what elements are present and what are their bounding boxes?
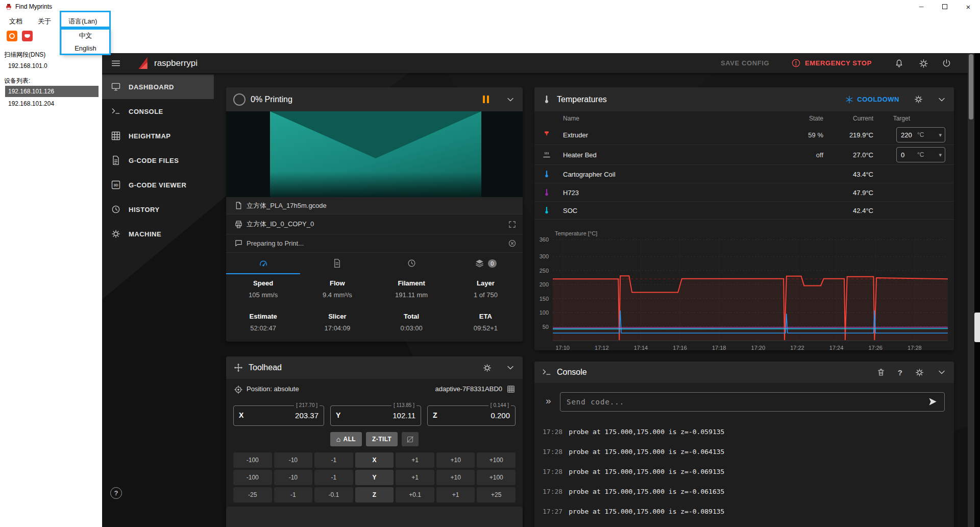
device-item-selected[interactable]: 192.168.101.126 <box>5 86 99 97</box>
help-button[interactable]: ? <box>110 487 122 499</box>
collapse-chevron[interactable] <box>505 94 516 105</box>
menu-language[interactable]: 语言(Lan) <box>65 15 100 28</box>
move-x-button[interactable]: -100 <box>233 452 272 468</box>
temperatures-title: Temperatures <box>557 95 607 104</box>
sidebar-item-gcode-viewer[interactable]: 3D G-CODE VIEWER <box>102 173 214 197</box>
x-position-input[interactable]: [ 217.70 ] X 203.37 <box>233 405 324 426</box>
move-z-button[interactable]: -25 <box>233 487 272 502</box>
extruder-target-value[interactable] <box>897 131 917 139</box>
console-clear-button[interactable] <box>876 368 886 377</box>
move-z-button[interactable]: -1 <box>274 487 313 502</box>
svg-text:17:22: 17:22 <box>790 345 804 351</box>
menu-file[interactable]: 文档 <box>6 15 26 28</box>
gear-icon <box>918 58 929 69</box>
z-position-input[interactable]: [ 0.144 ] Z 0.200 <box>427 405 516 426</box>
dropdown-caret-icon[interactable]: ▾ <box>939 152 942 158</box>
menu-about[interactable]: 关于 <box>35 15 54 28</box>
y-axis-cell: Y <box>355 470 394 485</box>
sidebar-item-heightmap[interactable]: HEIGHTMAP <box>102 124 214 148</box>
console-command-input[interactable] <box>560 392 945 412</box>
move-x-button[interactable]: -1 <box>314 452 353 468</box>
svg-text:17:20: 17:20 <box>751 345 766 351</box>
extruder-target-input[interactable]: °C▾ <box>896 127 945 142</box>
move-z-button[interactable]: -0.1 <box>314 487 353 502</box>
svg-text:17:26: 17:26 <box>868 345 883 351</box>
heater-bed-target-input[interactable]: °C▾ <box>896 147 945 162</box>
minimize-button[interactable]: ─ <box>910 0 933 13</box>
move-z-button[interactable]: +1 <box>436 487 475 502</box>
z-tilt-button[interactable]: Z-TILT <box>366 432 398 446</box>
heater-bed-target-value[interactable] <box>897 151 917 159</box>
move-y-button[interactable]: +1 <box>396 470 434 485</box>
print-status-header: 0% Printing <box>226 87 523 111</box>
sidebar-item-history[interactable]: HISTORY <box>102 197 214 222</box>
move-y-button[interactable]: +100 <box>477 470 516 485</box>
close-button[interactable]: × <box>957 0 980 13</box>
hamburger-icon <box>110 58 121 69</box>
sidebar-item-console[interactable]: CONSOLE <box>102 99 214 124</box>
save-config-button[interactable]: SAVE CONFIG <box>721 53 769 73</box>
sidebar-label: G-CODE FILES <box>129 157 179 164</box>
notifications-button[interactable] <box>892 57 905 70</box>
exclude-object-button[interactable] <box>508 220 517 229</box>
menu-item-english[interactable]: English <box>62 42 109 55</box>
move-z-button[interactable]: +25 <box>477 487 516 502</box>
move-x-button[interactable]: +10 <box>436 452 475 468</box>
mesh-grid-icon <box>506 385 516 396</box>
col-state: State <box>809 115 823 122</box>
home-all-button[interactable]: ⌂ALL <box>330 432 362 446</box>
maximize-button[interactable] <box>933 0 957 13</box>
move-y-button[interactable]: -10 <box>274 470 313 485</box>
tab-layers[interactable]: 0 <box>449 253 523 274</box>
red-app-icon[interactable] <box>22 31 33 41</box>
sidebar-item-dashboard[interactable]: DASHBOARD <box>102 75 214 99</box>
move-y-button[interactable]: -1 <box>314 470 353 485</box>
y-position-input[interactable]: [ 113.85 ] Y 102.11 <box>330 405 421 426</box>
temperatures-collapse-chevron[interactable] <box>937 94 947 105</box>
app-icon <box>5 3 12 10</box>
sidebar-item-gcode-files[interactable]: G-CODE FILES <box>102 148 214 173</box>
tab-speed[interactable] <box>226 253 300 274</box>
tab-history[interactable] <box>375 253 449 274</box>
layers-badge: 0 <box>488 259 497 268</box>
power-button[interactable] <box>940 57 953 70</box>
settings-button[interactable] <box>917 57 930 70</box>
move-y-button[interactable]: -100 <box>233 470 272 485</box>
side-tab[interactable] <box>974 313 980 342</box>
hamburger-menu-button[interactable] <box>109 57 122 70</box>
move-y-button[interactable]: +10 <box>436 470 475 485</box>
toolhead-collapse-chevron[interactable] <box>505 363 516 373</box>
send-command-button[interactable] <box>928 397 938 409</box>
scrollbar-track[interactable] <box>968 53 974 527</box>
console-help-button[interactable]: ? <box>898 368 902 377</box>
expand-console-button[interactable]: » <box>546 395 551 406</box>
col-current: Current <box>853 115 873 122</box>
console-collapse-chevron[interactable] <box>937 367 947 377</box>
move-x-button[interactable]: +100 <box>477 452 516 468</box>
dropdown-caret-icon[interactable]: ▾ <box>939 132 942 138</box>
sidebar-label: MACHINE <box>129 230 161 238</box>
scrollbar-thumb[interactable] <box>969 54 973 119</box>
motors-off-button[interactable] <box>402 432 419 446</box>
emergency-stop-button[interactable]: EMERGENCY STOP <box>791 53 872 73</box>
orange-app-icon[interactable] <box>7 31 17 41</box>
mainsail-logo <box>137 56 149 70</box>
stat-slicer: Slicer17:04:09 <box>300 307 374 342</box>
tab-files[interactable] <box>300 253 374 274</box>
console-settings-button[interactable] <box>915 368 924 377</box>
console-prompt-icon <box>542 367 552 377</box>
move-x-button[interactable]: -10 <box>274 452 313 468</box>
sidebar-item-machine[interactable]: MACHINE <box>102 222 214 246</box>
cooldown-button[interactable]: COOLDOWN <box>845 95 899 104</box>
move-x-button[interactable]: +1 <box>396 452 434 468</box>
toolhead-settings-button[interactable] <box>482 363 492 373</box>
clear-message-button[interactable] <box>508 239 517 248</box>
menu-item-chinese[interactable]: 中文 <box>62 29 109 42</box>
print-stats-row-1: Speed105 mm/s Flow9.4 mm³/s Filament191.… <box>226 274 523 307</box>
temperatures-settings-button[interactable] <box>914 94 923 104</box>
print-filename: 立方体_PLA_17h5m.gcode <box>247 201 327 210</box>
move-z-button[interactable]: +0.1 <box>396 487 434 502</box>
pause-button[interactable] <box>483 95 489 103</box>
toolhead-header: Toolhead <box>226 356 523 379</box>
device-item[interactable]: 192.168.101.204 <box>5 98 99 109</box>
